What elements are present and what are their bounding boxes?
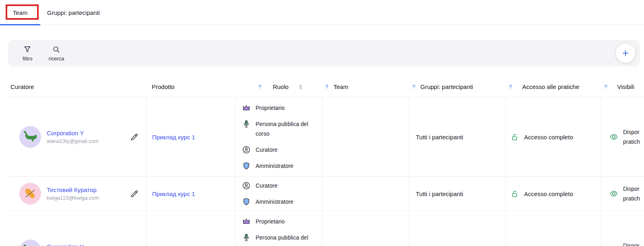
curator-name-link[interactable]: Corporation Y <box>47 130 99 136</box>
tab-groups-label: Gruppi: partecipanti <box>47 9 100 16</box>
column-header-gruppi: ? Gruppi: partecipanti <box>409 66 506 97</box>
team-cell <box>322 97 409 176</box>
visibility-cell: Dispor pratich <box>601 211 644 246</box>
lock-open-icon <box>510 133 519 141</box>
curator-cell: Corporation Y alana13ty@gmail.com <box>8 97 146 176</box>
sort-toggle[interactable] <box>299 85 302 89</box>
access-cell: Accesso completo <box>506 177 601 211</box>
access-cell: Accesso completo <box>506 211 601 246</box>
role-item: Persona pubblica del corso <box>242 119 318 139</box>
dinosaur-avatar-icon <box>22 242 38 246</box>
column-header-curatore: Curatore <box>8 66 146 97</box>
visibility-cell: Dispor pratich <box>601 177 644 211</box>
roles-cell: Curatore Amministratore <box>235 177 322 211</box>
help-icon[interactable]: ? <box>509 83 512 91</box>
help-icon[interactable]: ? <box>258 83 261 91</box>
table-header-row: Curatore Prodotto ? Ruolo ? Team ? Grupp… <box>8 66 644 97</box>
microphone-icon <box>242 233 251 242</box>
roles-cell: Proprietario Persona pubblica del corso … <box>235 211 322 246</box>
column-header-visibili: ? Visibili <box>601 66 644 97</box>
edit-pencil-icon[interactable] <box>130 132 139 142</box>
lock-open-icon <box>510 190 519 198</box>
curator-name-link[interactable]: Corporation Y <box>47 243 99 246</box>
add-member-button[interactable] <box>616 43 635 63</box>
help-icon[interactable]: ? <box>325 83 328 91</box>
butterfly-avatar-icon <box>22 186 38 202</box>
search-button[interactable]: ricerca <box>49 45 64 62</box>
help-icon[interactable]: ? <box>412 83 415 91</box>
avatar <box>19 240 41 246</box>
column-header-ruolo: ? Ruolo <box>235 66 322 97</box>
table-row: Corporation Y alana13ty@gmail.com Прикла… <box>8 211 644 246</box>
visibility-status: Dispor pratich <box>623 127 640 147</box>
groups-cell: Tutti i partecipanti <box>409 97 506 176</box>
visibility-cell: Dispor pratich <box>601 97 644 176</box>
role-item: Amministratore <box>242 161 318 171</box>
search-label: ricerca <box>49 56 64 62</box>
avatar <box>19 183 41 205</box>
table-row: Corporation Y alana13ty@gmail.com Прикла… <box>8 97 644 176</box>
dinosaur-avatar-icon <box>22 129 38 145</box>
curator-email: alana13ty@gmail.com <box>47 138 99 144</box>
table-row: Тестовий Куратор kwiga123@kwiga.com Прик… <box>8 176 644 211</box>
curator-identity: Тестовий Куратор kwiga123@kwiga.com <box>47 186 99 201</box>
shield-icon <box>242 161 251 170</box>
crown-icon <box>242 103 251 112</box>
plus-icon <box>621 49 630 58</box>
team-management-page: Team Gruppi: partecipanti filtro ricerca <box>0 0 644 246</box>
curator-person-icon <box>242 145 251 154</box>
curator-cell: Тестовий Куратор kwiga123@kwiga.com <box>8 177 146 211</box>
column-header-accesso: ? Accesso alle pratiche <box>506 66 601 97</box>
curator-person-icon <box>242 181 251 190</box>
edit-pencil-icon[interactable] <box>130 189 139 198</box>
role-item: Curatore <box>242 181 318 190</box>
groups-cell: Tutti i partecipanti <box>409 211 506 246</box>
team-cell <box>322 177 409 211</box>
product-cell: Приклад курс 1 <box>146 177 235 211</box>
microphone-icon <box>242 120 251 128</box>
curator-identity: Corporation Y alana13ty@gmail.com <box>47 130 99 144</box>
eye-icon <box>609 189 618 198</box>
annotation-highlight-box <box>6 4 39 20</box>
role-item: Curatore <box>242 145 318 155</box>
tab-bar: Team Gruppi: partecipanti <box>0 0 644 25</box>
filter-label: filtro <box>23 56 33 62</box>
toolbar: filtro ricerca <box>8 40 640 66</box>
groups-cell: Tutti i partecipanti <box>409 177 506 211</box>
column-header-team: ? Team <box>322 66 409 97</box>
avatar <box>19 126 41 148</box>
tab-gruppi-partecipanti[interactable]: Gruppi: partecipanti <box>47 0 100 25</box>
curator-cell: Corporation Y alana13ty@gmail.com <box>8 211 146 246</box>
filter-button[interactable]: filtro <box>23 45 33 62</box>
roles-cell: Proprietario Persona pubblica del corso … <box>235 97 322 176</box>
visibility-status: Dispor pratich <box>623 241 640 246</box>
help-icon[interactable]: ? <box>604 83 607 91</box>
crown-icon <box>242 217 251 226</box>
product-cell: Приклад курс 1 <box>146 97 235 176</box>
curator-identity: Corporation Y alana13ty@gmail.com <box>47 243 99 246</box>
product-link[interactable]: Приклад курс 1 <box>152 134 195 141</box>
eye-icon <box>609 132 618 141</box>
role-item: Amministratore <box>242 197 318 207</box>
filter-funnel-icon <box>23 45 32 54</box>
curator-email: kwiga123@kwiga.com <box>47 195 99 201</box>
role-item: Proprietario <box>242 217 318 226</box>
product-link[interactable]: Приклад курс 1 <box>152 190 195 197</box>
curators-table: Curatore Prodotto ? Ruolo ? Team ? Grupp… <box>8 66 644 246</box>
shield-icon <box>242 197 251 206</box>
role-item: Proprietario <box>242 103 318 113</box>
role-item: Persona pubblica del corso <box>242 233 318 246</box>
column-header-prodotto: Prodotto <box>146 66 235 97</box>
access-cell: Accesso completo <box>506 97 601 176</box>
search-icon <box>52 45 61 54</box>
visibility-status: Dispor pratich <box>623 184 640 203</box>
team-cell <box>322 211 409 246</box>
active-tab-indicator <box>0 24 40 25</box>
product-cell: Приклад курс 1 <box>146 211 235 246</box>
curator-name-link[interactable]: Тестовий Куратор <box>47 186 99 193</box>
